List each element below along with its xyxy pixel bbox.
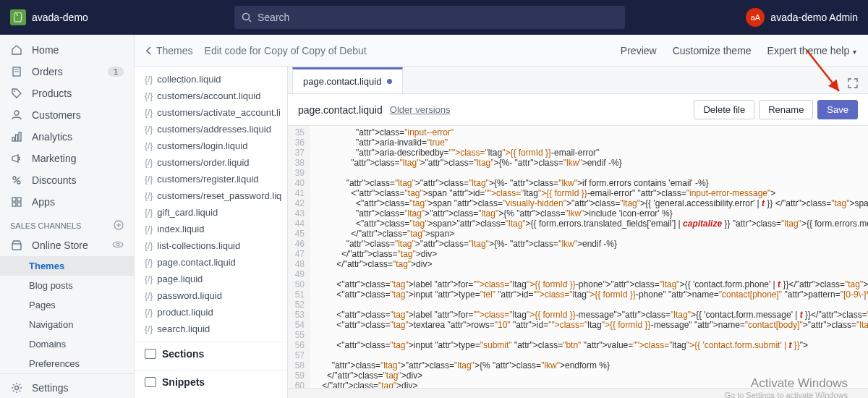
user-menu[interactable]: aA avada-demo Admin xyxy=(746,8,858,27)
shopify-logo-icon xyxy=(10,9,26,25)
preview-link[interactable]: Preview xyxy=(621,45,657,56)
logo-block: avada-demo xyxy=(10,9,234,25)
liquid-file-icon: {/} xyxy=(145,208,153,218)
file-item[interactable]: {/}collection.liquid xyxy=(135,71,287,88)
liquid-file-icon: {/} xyxy=(145,174,153,185)
svg-rect-9 xyxy=(19,132,21,141)
folder-snippets[interactable]: Snippets xyxy=(135,370,287,394)
file-item[interactable]: {/}customers/login.liquid xyxy=(135,137,287,154)
store-icon xyxy=(10,239,23,252)
svg-line-12 xyxy=(14,177,20,183)
tab-bar: page.contact.liquid xyxy=(288,67,868,94)
file-item[interactable]: {/}customers/activate_account.li xyxy=(135,104,287,121)
horizontal-scrollbar[interactable] xyxy=(288,388,868,398)
file-item[interactable]: {/}gift_card.liquid xyxy=(135,204,287,221)
delete-file-button[interactable]: Delete file xyxy=(694,100,754,119)
chevron-left-icon xyxy=(146,46,152,55)
liquid-file-icon: {/} xyxy=(145,158,153,168)
code-lines[interactable]: "attr">class="input--error" "attr">aria-… xyxy=(310,126,868,388)
top-bar: avada-demo aA avada-demo Admin xyxy=(0,0,868,35)
file-item[interactable]: {/}customers/reset_password.liq xyxy=(135,187,287,204)
unsaved-dot-icon xyxy=(387,79,392,84)
badge: 1 xyxy=(108,67,124,77)
sidebar-item-home[interactable]: Home xyxy=(0,39,134,61)
liquid-file-icon: {/} xyxy=(145,75,153,85)
sidebar-item-discounts[interactable]: Discounts xyxy=(0,169,134,191)
search-box[interactable] xyxy=(234,6,625,29)
sidebar-item-marketing[interactable]: Marketing xyxy=(0,148,134,169)
file-tree: {/}collection.liquid{/}customers/account… xyxy=(135,67,288,398)
file-item[interactable]: {/}password.liquid xyxy=(135,287,287,304)
customize-link[interactable]: Customize theme xyxy=(673,45,752,56)
svg-rect-16 xyxy=(17,203,21,206)
save-button[interactable]: Save xyxy=(817,100,858,119)
code-editor[interactable]: 35 36 37 38 39 40 41 42 43 44 45 46 47 4… xyxy=(288,126,868,388)
file-item[interactable]: {/}index.liquid xyxy=(135,221,287,237)
sidebar-item-customers[interactable]: Customers xyxy=(0,104,134,126)
folder-icon xyxy=(145,349,156,359)
svg-point-21 xyxy=(116,243,119,246)
file-item[interactable]: {/}customers/account.liquid xyxy=(135,88,287,104)
gear-icon xyxy=(10,381,23,394)
file-item[interactable]: {/}customers/register.liquid xyxy=(135,171,287,187)
sidebar-item-online-store[interactable]: Online Store xyxy=(0,234,134,256)
sidebar-sub-domains[interactable]: Domains xyxy=(0,334,134,354)
eye-icon[interactable] xyxy=(112,240,124,251)
back-to-themes[interactable]: Themes xyxy=(146,45,193,56)
sidebar: HomeOrders1ProductsCustomersAnalyticsMar… xyxy=(0,35,135,398)
liquid-file-icon: {/} xyxy=(145,258,153,268)
svg-line-1 xyxy=(249,20,251,22)
home-icon xyxy=(10,43,23,56)
code-panel: page.contact.liquid page.contact.liquid … xyxy=(288,67,868,398)
file-item[interactable]: {/}list-collections.liquid xyxy=(135,237,287,254)
open-file-name: page.contact.liquid xyxy=(298,104,383,116)
liquid-file-icon: {/} xyxy=(145,308,153,318)
search-input[interactable] xyxy=(258,12,618,23)
line-gutter: 35 36 37 38 39 40 41 42 43 44 45 46 47 4… xyxy=(288,126,310,388)
sidebar-sub-navigation[interactable]: Navigation xyxy=(0,315,134,334)
svg-point-0 xyxy=(243,14,250,20)
older-versions-link[interactable]: Older versions xyxy=(390,104,451,115)
search-wrap xyxy=(234,6,625,29)
help-dropdown[interactable]: Expert theme help ▾ xyxy=(767,45,856,56)
sidebar-sub-themes[interactable]: Themes xyxy=(0,256,134,276)
expand-icon[interactable] xyxy=(845,75,861,93)
avatar: aA xyxy=(746,8,765,27)
liquid-file-icon: {/} xyxy=(145,108,153,118)
sales-channels-header: SALES CHANNELS xyxy=(0,213,134,234)
user-name: avada-demo Admin xyxy=(770,12,858,23)
file-item[interactable]: {/}customers/addresses.liquid xyxy=(135,121,287,137)
add-channel-icon[interactable] xyxy=(114,220,124,232)
file-header: page.contact.liquid Older versions Delet… xyxy=(288,94,868,126)
svg-point-5 xyxy=(14,90,15,92)
sidebar-item-settings[interactable]: Settings xyxy=(0,373,134,398)
svg-rect-14 xyxy=(17,198,21,201)
file-item[interactable]: {/}search.liquid xyxy=(135,321,287,337)
customers-icon xyxy=(10,109,23,122)
liquid-file-icon: {/} xyxy=(145,291,153,301)
sidebar-item-orders[interactable]: Orders1 xyxy=(0,61,134,82)
sidebar-item-apps[interactable]: Apps xyxy=(0,191,134,213)
sidebar-sub-preferences[interactable]: Preferences xyxy=(0,354,134,373)
folder-sections[interactable]: Sections xyxy=(135,342,287,365)
analytics-icon xyxy=(10,130,23,143)
liquid-file-icon: {/} xyxy=(145,274,153,284)
sidebar-sub-pages[interactable]: Pages xyxy=(0,295,134,315)
sidebar-item-products[interactable]: Products xyxy=(0,82,134,104)
sidebar-sub-blog-posts[interactable]: Blog posts xyxy=(0,276,134,295)
svg-point-6 xyxy=(14,111,19,115)
file-item[interactable]: {/}product.liquid xyxy=(135,304,287,321)
file-item[interactable]: {/}customers/order.liquid xyxy=(135,154,287,171)
svg-rect-15 xyxy=(12,203,16,206)
folder-icon xyxy=(145,377,156,387)
breadcrumb: Themes Edit code for Copy of Copy of Deb… xyxy=(135,35,868,67)
rename-button[interactable]: Rename xyxy=(759,100,813,119)
sidebar-item-analytics[interactable]: Analytics xyxy=(0,126,134,148)
file-item[interactable]: {/}page.liquid xyxy=(135,271,287,287)
file-tab-active[interactable]: page.contact.liquid xyxy=(292,67,403,93)
discounts-icon xyxy=(10,174,23,187)
liquid-file-icon: {/} xyxy=(145,241,153,251)
svg-rect-7 xyxy=(12,137,14,141)
page-title: Edit code for Copy of Copy of Debut xyxy=(205,45,367,56)
file-item[interactable]: {/}page.contact.liquid xyxy=(135,254,287,271)
